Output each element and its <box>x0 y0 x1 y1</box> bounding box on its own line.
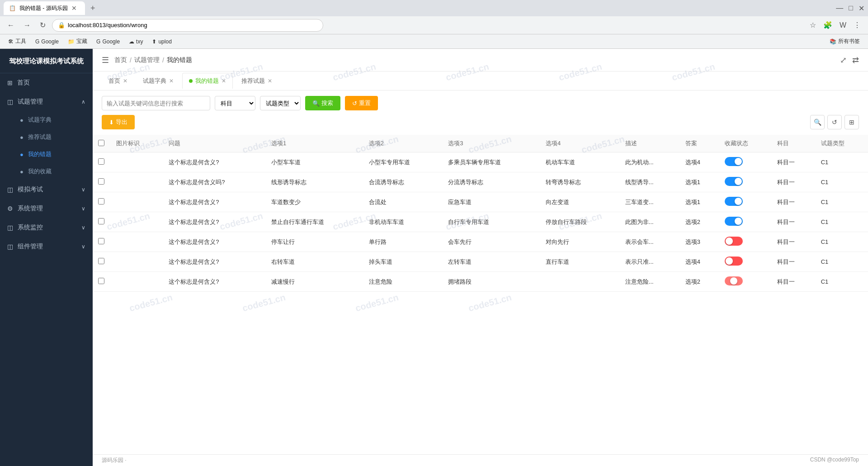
tab-my-errors[interactable]: 我的错题 ✕ <box>182 73 233 89</box>
toggle-track-2[interactable] <box>725 197 743 206</box>
export-icon: ⬇ <box>109 119 114 126</box>
row-checkbox-6[interactable] <box>98 278 104 284</box>
toggle-4[interactable] <box>725 237 743 246</box>
sidebar-item-my-favorites[interactable]: ● 我的收藏 <box>0 163 93 180</box>
row-checkbox-2[interactable] <box>98 198 104 204</box>
breadcrumb-question-mgmt[interactable]: 试题管理 <box>134 56 160 64</box>
browser-tab[interactable]: 📋 我的错题 - 源码乐园 ✕ <box>4 1 85 15</box>
tab-question-dict[interactable]: 试题字典 ✕ <box>136 73 180 89</box>
maximize-button[interactable]: □ <box>849 4 853 13</box>
row-subject-5: 科目一 <box>772 252 815 272</box>
tab-recommended[interactable]: 推荐试题 ✕ <box>235 73 279 89</box>
subject-select[interactable]: 科目 科目一 科目四 <box>215 96 255 110</box>
arrows-button[interactable]: ⇄ <box>852 55 859 65</box>
table-header-option1: 选项1 <box>266 135 363 152</box>
reload-button[interactable]: ↻ <box>37 19 48 31</box>
address-bar[interactable]: 🔒 localhost:8013/question/wrong <box>52 19 323 32</box>
hamburger-icon[interactable]: ☰ <box>102 55 109 65</box>
forward-button[interactable]: → <box>21 19 33 31</box>
row-toggle-0[interactable] <box>719 152 772 172</box>
breadcrumb-home[interactable]: 首页 <box>114 56 127 64</box>
sidebar-item-question-dict[interactable]: ● 试题字典 <box>0 111 93 128</box>
toggle-0[interactable] <box>725 157 743 166</box>
row-question-2: 这个标志是何含义? <box>163 192 266 212</box>
bookmark-google2[interactable]: G Google <box>93 37 123 46</box>
back-button[interactable]: ← <box>5 19 17 31</box>
bookmark-txy[interactable]: ☁ txy <box>125 37 146 46</box>
row-option2-6: 注意危险 <box>363 272 443 292</box>
refresh-icon-btn[interactable]: ↺ <box>827 115 842 129</box>
sidebar-group-system-mgmt-header[interactable]: ⚙ 系统管理 ∨ <box>0 199 93 218</box>
new-tab-button[interactable]: + <box>89 2 97 15</box>
bookmark-all[interactable]: 📚 所有书签 <box>826 36 863 47</box>
row-toggle-1[interactable] <box>719 172 772 192</box>
minimize-button[interactable]: — <box>836 4 843 13</box>
sidebar-group-mock-exam-header[interactable]: ◫ 模拟考试 ∨ <box>0 180 93 199</box>
row-checkbox-1[interactable] <box>98 178 104 185</box>
toggle-track-6[interactable] <box>725 276 743 285</box>
sidebar-item-my-errors[interactable]: ● 我的错题 <box>0 146 93 163</box>
tab-my-errors-close[interactable]: ✕ <box>222 78 226 84</box>
bookmark-tools[interactable]: 🛠 工具 <box>5 36 30 47</box>
sidebar-item-recommended[interactable]: ● 推荐试题 <box>0 128 93 146</box>
content-tabs: 首页 ✕ 试题字典 ✕ 我的错题 ✕ 推荐试题 ✕ <box>93 71 868 90</box>
toggle-3[interactable] <box>725 217 743 226</box>
baocang-icon: 📁 <box>68 38 75 45</box>
row-checkbox-5[interactable] <box>98 258 104 264</box>
row-checkbox-4[interactable] <box>98 238 104 244</box>
extensions-button[interactable]: 🧩 <box>821 19 835 31</box>
sidebar: 驾校理论课模拟考试系统 ⊞ 首页 ◫ 试题管理 ∧ ● 试题字典 <box>0 49 93 466</box>
search-input[interactable] <box>102 96 210 110</box>
bookmark-star-button[interactable]: ☆ <box>807 19 819 31</box>
row-checkbox-0[interactable] <box>98 158 104 165</box>
close-button[interactable]: ✕ <box>859 4 864 13</box>
row-toggle-4[interactable] <box>719 232 772 252</box>
row-toggle-6[interactable] <box>719 272 772 292</box>
tab-close-btn[interactable]: ✕ <box>71 5 77 12</box>
bookmark-uplod[interactable]: ⬆ uplod <box>148 37 175 46</box>
row-toggle-5[interactable] <box>719 252 772 272</box>
row-checkbox-3[interactable] <box>98 218 104 224</box>
select-all-checkbox[interactable] <box>98 140 104 146</box>
toggle-track-0[interactable] <box>725 157 743 166</box>
sidebar-group-system-monitor-header[interactable]: ◫ 系统监控 ∨ <box>0 218 93 237</box>
row-answer-4: 选项3 <box>680 232 720 252</box>
bookmark-google1[interactable]: G Google <box>32 37 62 46</box>
tab-question-dict-close[interactable]: ✕ <box>169 78 174 84</box>
sidebar-group-component-mgmt-header[interactable]: ◫ 组件管理 ∨ <box>0 237 93 256</box>
tab-home[interactable]: 首页 ✕ <box>102 73 134 89</box>
profile-button[interactable]: W <box>837 19 849 31</box>
toggle-track-4[interactable] <box>725 237 743 246</box>
row-question-3: 这个标志是何含义? <box>163 212 266 232</box>
row-option3-0: 多乘员车辆专用车道 <box>443 152 540 172</box>
toggle-track-1[interactable] <box>725 177 743 186</box>
row-toggle-2[interactable] <box>719 192 772 212</box>
status-bar: 源码乐园 · CSDN @code99Top <box>93 454 868 466</box>
toggle-2[interactable] <box>725 197 743 206</box>
sidebar-group-question-mgmt-header[interactable]: ◫ 试题管理 ∧ <box>0 92 93 111</box>
menu-button[interactable]: ⋮ <box>851 19 863 31</box>
bookmark-baocang[interactable]: 📁 宝藏 <box>64 36 91 47</box>
toggle-track-3[interactable] <box>725 217 743 226</box>
toggle-5[interactable] <box>725 257 743 266</box>
tab-home-close[interactable]: ✕ <box>123 78 127 84</box>
tab-my-errors-label: 我的错题 <box>195 77 219 85</box>
uplod-icon: ⬆ <box>152 38 156 45</box>
reset-button[interactable]: ↺ 重置 <box>345 96 378 110</box>
search-button[interactable]: 🔍 搜索 <box>305 96 340 110</box>
row-toggle-3[interactable] <box>719 212 772 232</box>
row-checkbox-cell-0 <box>93 152 111 172</box>
toggle-track-5[interactable] <box>725 257 743 266</box>
export-button-label: 导出 <box>116 118 127 126</box>
tab-recommended-close[interactable]: ✕ <box>268 78 272 84</box>
fullscreen-button[interactable]: ⤢ <box>840 55 847 65</box>
sidebar-item-home[interactable]: ⊞ 首页 <box>0 73 93 92</box>
grid-icon-btn[interactable]: ⊞ <box>844 115 859 129</box>
row-desc-4: 表示会车... <box>620 232 680 252</box>
search-icon-btn[interactable]: 🔍 <box>810 115 825 129</box>
toggle-6[interactable] <box>725 276 743 285</box>
browser-toolbar: ← → ↻ 🔒 localhost:8013/question/wrong ☆ … <box>0 16 868 34</box>
question-type-select[interactable]: 试题类型 C1 C2 <box>260 96 301 110</box>
toggle-1[interactable] <box>725 177 743 186</box>
export-button[interactable]: ⬇ 导出 <box>102 115 135 129</box>
